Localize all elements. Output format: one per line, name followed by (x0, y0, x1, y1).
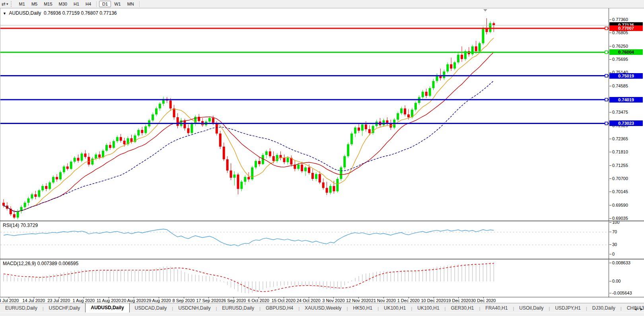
collapse-triangle-icon[interactable]: ▼ (3, 12, 6, 16)
timeframe-m1-button[interactable]: M1 (16, 1, 28, 7)
price-tick: 0.77360 (612, 17, 628, 22)
timeframe-h4-button[interactable]: H4 (82, 1, 94, 7)
timeframe-m15-button[interactable]: M15 (41, 1, 55, 7)
tab-uk100-h1[interactable]: UK100,H1 (412, 304, 444, 312)
rsi-tick: 0 (612, 252, 615, 256)
tab-eurusd-daily[interactable]: EURUSD,Daily (217, 304, 259, 312)
ohlc-open: 0.76936 (44, 10, 61, 16)
price-tick: 0.75695 (612, 57, 628, 62)
date-label: 17 Sep 2020 (195, 298, 222, 303)
date-label: 23 Jul 2020 (45, 298, 73, 303)
price-tick: 0.76250 (612, 44, 628, 48)
rsi-tick: 30 (612, 242, 617, 247)
price-tick: 0.74585 (612, 83, 628, 88)
date-label: 4 Jul 2020 (0, 298, 23, 303)
candlestick-plot[interactable] (0, 8, 609, 221)
blue-line-badge-1[interactable]: 0.75019 (609, 73, 643, 79)
rsi-name: RSI(14) (3, 223, 19, 228)
chart-shift-marker[interactable] (483, 9, 487, 12)
ohlc-high: 0.77159 (62, 10, 80, 16)
ma-fast-orange (4, 38, 494, 211)
price-tick: 0.72365 (612, 136, 628, 141)
panel-separator[interactable] (0, 259, 644, 260)
tab-ger30-h1[interactable]: GER30,H1 (446, 304, 479, 312)
tab-usdchf-daily[interactable]: USDCHF,Daily (44, 304, 86, 312)
timeframe-toolbar: ⇄ ▾ M1M5M15M30H1H4D1W1MN (0, 0, 644, 8)
macd-name: MACD(12,26,9) (3, 261, 36, 266)
date-label: 10 Dec 2020 (420, 298, 447, 303)
date-label: 21 Nov 2020 (370, 298, 397, 303)
date-label: 1 Dec 2020 (395, 298, 422, 303)
blue-line-badge-2[interactable]: 0.74019 (609, 97, 643, 103)
rsi-label: RSI(14) 70.3729 (3, 223, 38, 228)
timeframe-m30-button[interactable]: M30 (56, 1, 70, 7)
macd-tick: 0.008633 (612, 260, 630, 265)
date-label: 15 Oct 2020 (270, 298, 298, 303)
rsi-tick: 70 (612, 229, 617, 234)
date-label: 11 Aug 2020 (95, 298, 123, 303)
chart-tab-bar: EURUSD,Daily|USDCHF,DailyAUDUSD,DailyUSD… (0, 303, 644, 312)
chevron-down-icon[interactable]: ▾ (6, 2, 10, 6)
bottom-strip (0, 312, 644, 316)
macd-signal-value: 0.006595 (58, 261, 78, 266)
tab-audusd-daily[interactable]: AUDUSD,Daily (85, 303, 129, 312)
date-label: 26 Sep 2020 (220, 298, 247, 303)
chart-symbol-period: AUDUSD,Daily (9, 10, 41, 16)
tab-uk100-h1[interactable]: UK100,H1 (379, 304, 411, 312)
tab-eurusd-daily[interactable]: EURUSD,Daily (0, 304, 43, 312)
price-tick: 0.70145 (612, 189, 628, 194)
date-label: 8 Sep 2020 (170, 298, 198, 303)
tab-usoil-daily[interactable]: USOil,Daily (514, 304, 549, 312)
toolbar-grip[interactable] (11, 1, 14, 7)
price-tick: 0.73475 (612, 110, 628, 114)
timeframe-w1-button[interactable]: W1 (111, 1, 124, 7)
tab-dj30-daily[interactable]: DJ30,Daily (587, 304, 621, 312)
date-label: 29 Aug 2020 (145, 298, 173, 303)
macd-indicator-plot[interactable] (0, 260, 609, 297)
timeframe-d1-button[interactable]: D1 (99, 1, 111, 7)
tab-scroll-left-icon[interactable]: ◄ (634, 307, 637, 311)
cursor-tool-icon[interactable]: ⇄ (0, 1, 6, 7)
timeframe-mn-button[interactable]: MN (124, 1, 137, 7)
price-tick: 0.71255 (612, 163, 628, 168)
macd-tick: 0.00 (612, 279, 621, 283)
rsi-value: 70.3729 (21, 223, 38, 228)
date-label: 19 Dec 2020 (444, 298, 472, 303)
red-line-badge[interactable]: 0.77007 (609, 25, 643, 31)
tab-usdcnh-daily[interactable]: USDCNH,Daily (173, 304, 216, 312)
chart-ohlc-title: ▼ AUDUSD,Daily 0.76936 0.77159 0.76807 0… (3, 10, 117, 16)
blue-line-badge-3[interactable]: 0.73023 (609, 120, 643, 126)
chart-workspace: ▼ AUDUSD,Daily 0.76936 0.77159 0.76807 0… (0, 8, 644, 303)
price-tick: 0.69590 (612, 203, 628, 207)
rsi-line (4, 229, 494, 246)
panel-separator[interactable] (0, 221, 644, 221)
macd-main-value: 0.007389 (37, 261, 57, 266)
timeframe-h1-button[interactable]: H1 (70, 1, 82, 7)
ohlc-close: 0.77136 (99, 10, 117, 16)
toolbar-separator (139, 1, 140, 7)
tab-scroll-right-icon[interactable]: ► (640, 307, 643, 311)
green-line-badge[interactable]: 0.76004 (609, 49, 643, 55)
date-label: 1 Aug 2020 (70, 298, 97, 303)
tab-xauusd-weekly[interactable]: XAUUSD,Weekly (300, 304, 346, 312)
macd-tick: -0.005643 (612, 291, 632, 295)
tab-hk50-h1[interactable]: HK50,H1 (348, 304, 377, 312)
date-label: 30 Dec 2020 (469, 298, 497, 303)
tab-usdcad-daily[interactable]: USDCAD,Daily (130, 304, 172, 312)
toolbar-separator (96, 1, 97, 7)
rsi-indicator-plot[interactable] (0, 221, 609, 259)
macd-label: MACD(12,26,9) 0.007389 0.006595 (3, 261, 78, 266)
tab-gbpusd-h4[interactable]: GBPUSD,H4 (261, 304, 298, 312)
price-tick: 0.71810 (612, 149, 628, 154)
date-label: 3 Nov 2020 (319, 298, 347, 303)
price-tick: 0.70700 (612, 176, 628, 181)
tab-fra40-h1[interactable]: FRA40,H1 (480, 304, 513, 312)
price-axis-border (609, 8, 609, 297)
timeframe-m5-button[interactable]: M5 (28, 1, 41, 7)
tab-usdjpy-h1[interactable]: USDJPY,H1 (550, 304, 586, 312)
date-label: 14 Jul 2020 (20, 298, 48, 303)
date-label: 6 Oct 2020 (245, 298, 272, 303)
date-label: 20 Aug 2020 (120, 298, 148, 303)
date-axis: 4 Jul 202014 Jul 202023 Jul 20201 Aug 20… (0, 297, 644, 303)
ohlc-low: 0.76807 (81, 10, 98, 16)
